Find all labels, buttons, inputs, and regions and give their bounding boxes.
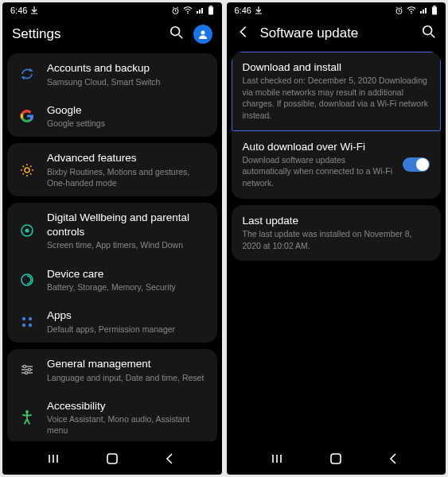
- status-bar: 6:46: [227, 2, 446, 17]
- svg-point-28: [423, 26, 432, 35]
- settings-group: Advanced features Bixby Routines, Motion…: [7, 143, 217, 196]
- profile-avatar[interactable]: [193, 25, 212, 44]
- svg-point-15: [28, 369, 30, 371]
- recents-icon: [271, 453, 286, 464]
- settings-item-general-management[interactable]: General management Language and input, D…: [7, 349, 217, 391]
- update-item-auto-download-over-wi-fi[interactable]: Auto download over Wi-Fi Download softwa…: [232, 131, 442, 199]
- home-button[interactable]: [104, 451, 120, 467]
- item-subtitle: Default apps, Permission manager: [47, 324, 206, 335]
- item-title: Google: [47, 103, 206, 118]
- recents-button[interactable]: [47, 451, 63, 467]
- item-subtitle: Battery, Storage, Memory, Security: [47, 281, 206, 293]
- recents-button[interactable]: [271, 451, 286, 467]
- download-indicator-icon: [255, 6, 263, 14]
- item-title: Accessibility: [47, 399, 206, 413]
- item-text: Accessibility Voice Assistant, Mono audi…: [47, 399, 206, 436]
- back-arrow-button[interactable]: [236, 25, 251, 42]
- page-title: Settings: [12, 26, 160, 42]
- home-button[interactable]: [328, 451, 344, 467]
- update-group: Download and install Last checked on: De…: [232, 52, 442, 199]
- item-text: Advanced features Bixby Routines, Motion…: [47, 151, 206, 188]
- back-button[interactable]: [162, 451, 177, 467]
- gear-adv-icon: [18, 161, 36, 179]
- svg-point-6: [25, 168, 29, 173]
- svg-rect-27: [434, 6, 436, 7]
- update-group: Last update The last update was installe…: [232, 205, 442, 261]
- svg-point-5: [201, 31, 205, 35]
- sliders-icon: [18, 361, 36, 378]
- settings-group: Accounts and backup Samsung Cloud, Smart…: [7, 53, 217, 137]
- settings-item-advanced-features[interactable]: Advanced features Bixby Routines, Motion…: [7, 143, 217, 196]
- signal-icon: [196, 6, 205, 14]
- battery-icon: [431, 6, 438, 15]
- toggle-auto-download-over-wi-fi[interactable]: [403, 157, 430, 172]
- item-subtitle: The last update was installed on Novembe…: [243, 228, 430, 251]
- item-text: Digital Wellbeing and parental controls …: [47, 211, 206, 250]
- wifi-icon: [183, 6, 193, 14]
- search-icon: [169, 25, 184, 40]
- download-indicator-icon: [30, 6, 38, 14]
- item-text: Last update The last update was installe…: [243, 215, 430, 251]
- software-update-list: Download and install Last checked on: De…: [227, 52, 446, 441]
- settings-group: Digital Wellbeing and parental controls …: [7, 203, 217, 343]
- back-icon: [388, 452, 398, 465]
- item-text: General management Language and input, D…: [47, 357, 206, 383]
- item-title: Apps: [47, 308, 206, 323]
- svg-point-1: [187, 13, 189, 14]
- home-icon: [329, 452, 342, 465]
- item-subtitle: Voice Assistant, Mono audio, Assistant m…: [47, 413, 206, 436]
- item-title: Device care: [47, 267, 206, 281]
- svg-point-25: [411, 13, 412, 14]
- google-icon: [18, 107, 36, 125]
- settings-item-device-care[interactable]: Device care Battery, Storage, Memory, Se…: [7, 259, 217, 301]
- search-icon: [422, 25, 436, 39]
- item-text: Auto download over Wi-Fi Download softwa…: [243, 141, 395, 189]
- search-button[interactable]: [422, 25, 436, 42]
- svg-point-11: [29, 316, 32, 320]
- item-subtitle: Download software updates automatically …: [243, 154, 395, 189]
- settings-item-apps[interactable]: Apps Default apps, Permission manager: [7, 301, 217, 343]
- settings-item-accounts-and-backup[interactable]: Accounts and backup Samsung Cloud, Smart…: [7, 53, 217, 95]
- item-title: Digital Wellbeing and parental controls: [47, 211, 206, 238]
- nav-bar: [227, 441, 446, 475]
- item-text: Apps Default apps, Permission manager: [47, 308, 206, 335]
- settings-header: Settings: [2, 17, 222, 53]
- alarm-icon: [395, 6, 403, 15]
- settings-item-accessibility[interactable]: Accessibility Voice Assistant, Mono audi…: [7, 391, 217, 441]
- alarm-icon: [171, 6, 180, 15]
- care-icon: [18, 271, 36, 289]
- item-title: Accounts and backup: [47, 61, 206, 76]
- page-title: Software update: [260, 25, 413, 41]
- settings-list[interactable]: Accounts and backup Samsung Cloud, Smart…: [2, 53, 222, 441]
- nav-bar: [2, 441, 222, 475]
- svg-point-12: [22, 323, 25, 326]
- update-item-last-update[interactable]: Last update The last update was installe…: [232, 205, 442, 261]
- item-title: Advanced features: [47, 151, 206, 165]
- item-title: Download and install: [243, 61, 430, 73]
- back-button[interactable]: [385, 451, 401, 467]
- settings-item-google[interactable]: Google Google settings: [7, 95, 217, 138]
- update-item-download-and-install[interactable]: Download and install Last checked on: De…: [232, 52, 442, 131]
- svg-point-14: [23, 366, 25, 368]
- item-text: Accounts and backup Samsung Cloud, Smart…: [47, 61, 206, 87]
- software-update-screen: 6:46 Software update Download and instal…: [227, 2, 446, 475]
- home-icon: [106, 452, 119, 465]
- settings-item-digital-wellbeing-and-parental-controls[interactable]: Digital Wellbeing and parental controls …: [7, 203, 217, 258]
- svg-rect-23: [107, 454, 117, 463]
- item-subtitle: Last checked on: December 5, 2020 Downlo…: [243, 75, 430, 122]
- svg-point-13: [29, 323, 32, 326]
- item-subtitle: Google settings: [47, 118, 206, 129]
- search-button[interactable]: [169, 25, 184, 43]
- svg-rect-29: [331, 454, 341, 463]
- signal-icon: [419, 6, 428, 14]
- sync-icon: [18, 65, 36, 83]
- status-time: 6:46: [235, 6, 251, 15]
- recents-icon: [48, 453, 62, 464]
- item-subtitle: Bixby Routines, Motions and gestures, On…: [47, 166, 206, 188]
- svg-rect-3: [209, 6, 212, 7]
- item-title: Last update: [243, 215, 430, 227]
- svg-rect-2: [208, 7, 213, 15]
- wifi-icon: [407, 6, 416, 14]
- apps-icon: [18, 313, 36, 331]
- software-update-header: Software update: [227, 17, 446, 52]
